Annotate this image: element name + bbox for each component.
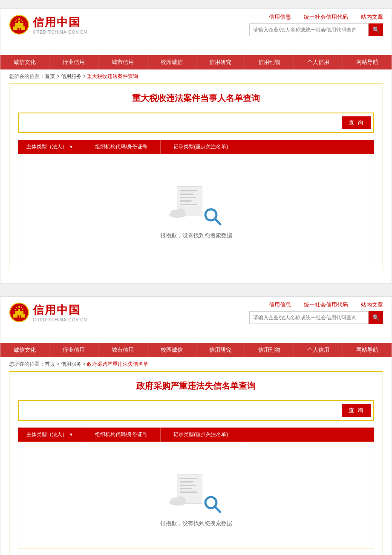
filter-org-code-1[interactable]: 组织机构代码/身份证号 (82, 140, 161, 154)
query-row-1: 查 询 (18, 113, 374, 133)
nav-campus-1[interactable]: 校园诚信 (147, 55, 196, 69)
svg-point-15 (175, 208, 185, 216)
header-link-credit-info-2[interactable]: 信用信息 (269, 301, 291, 309)
svg-point-6 (18, 18, 20, 20)
nav-special-1[interactable]: 专项治理 (343, 40, 392, 55)
query-input-2[interactable] (21, 404, 342, 417)
header-link-unified-code-1[interactable]: 统一社会信用代码 (304, 13, 348, 21)
query-button-2[interactable]: 查 询 (342, 404, 371, 417)
search-input-1[interactable] (249, 23, 369, 36)
logo-en-2: CREDITCHINA.GOV.CN (33, 318, 87, 322)
logo-en-1: CREDITCHINA.GOV.CN (33, 30, 87, 35)
nav-trust-2[interactable]: 诚信文化 (0, 343, 49, 357)
nav-info-2[interactable]: 信息公示 (196, 328, 245, 343)
nav-info-1[interactable]: 信息公示 (196, 40, 245, 55)
nav-trust-1[interactable]: 诚信文化 (0, 55, 49, 69)
breadcrumb-service-2[interactable]: 信用服务 (61, 361, 81, 367)
nav-sitemap-2[interactable]: 网站导航 (343, 343, 392, 357)
no-data-text-1: 很抱歉，没有找到您搜索数据 (160, 232, 232, 240)
filter-entity-label-2: 主体类型（法人） (26, 431, 67, 438)
svg-rect-11 (17, 28, 19, 30)
svg-point-8 (22, 21, 23, 22)
search-button-1[interactable]: 🔍 (369, 23, 383, 36)
svg-rect-3 (15, 23, 23, 27)
header-link-articles-2[interactable]: 站内文章 (361, 301, 383, 309)
nav-service-2[interactable]: 信用服务 (245, 328, 294, 343)
nav-row1-1: 首页 信用动态 政策法规 标准规范 信息公示 信用服务 联合奖惩 专项治理 (0, 40, 392, 55)
site-header-1: 信用中国 CREDITCHINA.GOV.CN 信用信息 统一社会信用代码 站内… (0, 9, 392, 40)
nav-city-2[interactable]: 城市信用 (98, 343, 147, 357)
filter-arrow-1: ▼ (69, 145, 73, 149)
svg-rect-20 (13, 314, 25, 318)
nav-dynamics-1[interactable]: 信用动态 (49, 40, 98, 55)
doc-line-1 (180, 190, 197, 191)
nav-sitemap-1[interactable]: 网站导航 (343, 55, 392, 69)
doc-line2-5 (180, 491, 197, 493)
magnifier-svg-2 (204, 495, 222, 513)
nav-service-1[interactable]: 信用服务 (245, 40, 294, 55)
breadcrumb-service-1[interactable]: 信用服务 (61, 73, 81, 79)
search-input-2[interactable] (249, 311, 369, 324)
nav-home-2[interactable]: 首页 (0, 328, 49, 343)
nav-policy-2[interactable]: 政策法规 (98, 328, 147, 343)
header-links-2: 信用信息 统一社会信用代码 站内文章 (269, 301, 383, 309)
query-input-1[interactable] (21, 116, 342, 130)
content-area-1: 重大税收违法案件当事人名单查询 查 询 主体类型（法人） ▼ 组织机构代码/身份… (9, 84, 383, 270)
nav-research-1[interactable]: 信用研究 (196, 55, 245, 69)
nav-publication-2[interactable]: 信用刊物 (245, 343, 294, 357)
query-button-1[interactable]: 查 询 (342, 116, 371, 129)
no-data-area-1: 很抱歉，没有找到您搜索数据 (18, 154, 374, 261)
nav-publication-1[interactable]: 信用刊物 (245, 55, 294, 69)
nav-research-2[interactable]: 信用研究 (196, 343, 245, 357)
filter-record-type-2[interactable]: 记录类型(重点关注名单) (161, 428, 241, 442)
logo-area-1: 信用中国 CREDITCHINA.GOV.CN (9, 14, 87, 35)
logo-emblem-2 (9, 302, 29, 323)
nav-standard-2[interactable]: 标准规范 (147, 328, 196, 343)
breadcrumb-home-2[interactable]: 首页 (45, 361, 55, 367)
cloud-svg-1 (168, 207, 187, 218)
no-data-text-2: 很抱歉，没有找到您搜索数据 (160, 520, 232, 527)
filter-row-2: 主体类型（法人） ▼ 组织机构代码/身份证号 记录类型(重点关注名单) (18, 428, 374, 442)
svg-point-24 (21, 307, 22, 308)
nav-industry-2[interactable]: 行业信用 (49, 343, 98, 357)
logo-cn-1: 信用中国 (33, 15, 87, 30)
svg-rect-4 (18, 21, 20, 23)
nav-reward-1[interactable]: 联合奖惩 (294, 40, 343, 55)
nav-city-1[interactable]: 城市信用 (98, 55, 147, 69)
nav-dynamics-2[interactable]: 信用动态 (49, 328, 98, 343)
magnifier-svg-1 (204, 208, 222, 225)
magnifier-2 (204, 495, 222, 515)
header-link-credit-info-1[interactable]: 信用信息 (269, 13, 291, 21)
nav-personal-1[interactable]: 个人信用 (294, 55, 343, 69)
header-right-1: 信用信息 统一社会信用代码 站内文章 🔍 (249, 13, 383, 36)
header-link-articles-1[interactable]: 站内文章 (361, 13, 383, 21)
nav-reward-2[interactable]: 联合奖惩 (294, 328, 343, 343)
no-data-container-1: 很抱歉，没有找到您搜索数据 (160, 171, 232, 244)
site-header-2: 信用中国 CREDITCHINA.GOV.CN 信用信息 统一社会信用代码 站内… (0, 297, 392, 328)
doc-line2-4 (180, 488, 192, 489)
svg-rect-29 (20, 315, 21, 318)
breadcrumb-home-1[interactable]: 首页 (45, 73, 55, 79)
header-link-unified-code-2[interactable]: 统一社会信用代码 (304, 301, 348, 309)
doc-line-5 (180, 204, 197, 205)
logo-text-2: 信用中国 CREDITCHINA.GOV.CN (33, 303, 87, 322)
page-title-2: 政府采购严重违法失信名单查询 (18, 380, 374, 392)
filter-record-type-1[interactable]: 记录类型(重点关注名单) (161, 140, 241, 154)
svg-point-9 (16, 20, 17, 20)
nav-industry-1[interactable]: 行业信用 (49, 55, 98, 69)
filter-org-code-2[interactable]: 组织机构代码/身份证号 (82, 428, 161, 442)
filter-arrow-2: ▼ (69, 432, 73, 437)
no-data-icon-2 (168, 472, 224, 515)
doc-line-4 (180, 200, 192, 202)
filter-entity-type-2[interactable]: 主体类型（法人） ▼ (18, 428, 82, 442)
nav-campus-2[interactable]: 校园诚信 (147, 343, 196, 357)
nav-personal-2[interactable]: 个人信用 (294, 343, 343, 357)
nav-home-1[interactable]: 首页 (0, 40, 49, 55)
svg-line-34 (215, 507, 220, 512)
search-button-2[interactable]: 🔍 (369, 311, 383, 324)
filter-entity-type-1[interactable]: 主体类型（法人） ▼ (18, 140, 82, 154)
svg-point-26 (16, 307, 17, 308)
nav-policy-1[interactable]: 政策法规 (98, 40, 147, 55)
nav-standard-1[interactable]: 标准规范 (147, 40, 196, 55)
nav-special-2[interactable]: 专项治理 (343, 328, 392, 343)
